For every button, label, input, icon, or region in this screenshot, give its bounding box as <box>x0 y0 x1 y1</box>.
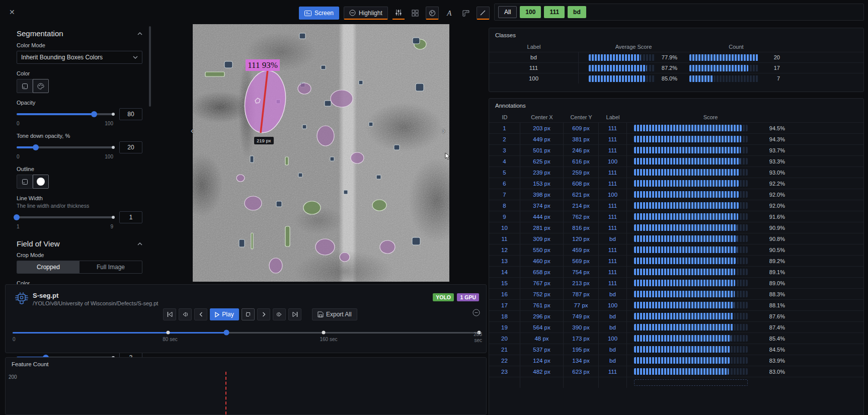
table-row[interactable]: 10281 px816 px111 90.9% <box>489 222 863 233</box>
table-row[interactable]: 1203 px609 px111 94.5% <box>489 122 863 133</box>
opacity-input[interactable] <box>119 108 142 120</box>
filters-sliders-icon[interactable] <box>392 7 405 20</box>
current-time-cursor-line <box>225 372 226 414</box>
line-tool-icon[interactable] <box>477 7 490 20</box>
table-row[interactable]: 5239 px259 px111 93.0% <box>489 167 863 178</box>
table-row[interactable]: 19564 px390 pxbd 87.4% <box>489 321 863 333</box>
close-icon[interactable]: ✕ <box>9 8 15 16</box>
table-row[interactable]: 21537 px195 pxbd 84.5% <box>489 344 863 355</box>
score-bar <box>634 280 748 286</box>
ruler-corner-icon[interactable] <box>460 7 472 20</box>
collapse-chevron-icon[interactable] <box>137 242 142 245</box>
image-viewer[interactable]: 111 93% 219 px <box>193 24 449 282</box>
score-bar <box>634 202 748 209</box>
score-bar <box>634 291 748 297</box>
class-filter-chip[interactable]: All <box>498 6 517 18</box>
export-all-button[interactable]: Export All <box>312 308 357 320</box>
line-width-input[interactable] <box>119 211 142 223</box>
table-row[interactable]: 2048 px173 px100 85.4% <box>489 333 863 344</box>
table-row-placeholder <box>489 377 863 388</box>
table-row[interactable]: 13460 px569 px111 89.2% <box>489 255 863 266</box>
loop-button[interactable] <box>242 308 255 320</box>
table-row[interactable]: 3501 px246 px111 93.7% <box>489 144 863 155</box>
step-forward-button[interactable] <box>257 308 270 320</box>
crop-mode-full-image[interactable]: Full Image <box>80 261 142 273</box>
outline-box-button[interactable] <box>17 175 33 189</box>
gpu-badge: 1 GPU <box>457 293 479 301</box>
score-bar <box>634 313 748 319</box>
timeline-marker-dot[interactable] <box>322 331 326 335</box>
collapse-panel-icon[interactable] <box>472 309 480 316</box>
table-row[interactable]: 2449 px381 px111 94.3% <box>489 133 863 144</box>
highlight-mode-button[interactable]: Highlight <box>344 7 388 20</box>
class-row[interactable]: 111 87.2% 17 <box>489 62 863 73</box>
outline-color-button[interactable] <box>33 175 49 189</box>
color-palette-button[interactable] <box>33 79 49 93</box>
table-row[interactable]: 22124 px134 pxbd 83.9% <box>489 355 863 366</box>
table-row[interactable]: 17761 px77 px100 88.1% <box>489 299 863 310</box>
color-box-button[interactable] <box>17 79 33 93</box>
crop-mode-cropped[interactable]: Cropped <box>17 261 80 273</box>
table-row[interactable]: 14658 px754 px111 89.1% <box>489 266 863 277</box>
table-row[interactable]: 15767 px213 px111 89.0% <box>489 277 863 288</box>
collapse-chevron-icon[interactable] <box>137 32 142 35</box>
circle-minus-icon <box>349 10 356 16</box>
table-row[interactable]: 16752 px787 pxbd 88.3% <box>489 288 863 299</box>
table-row[interactable]: 23482 px623 px111 83.0% <box>489 366 863 377</box>
table-row[interactable]: 9444 px762 px111 91.6% <box>489 211 863 222</box>
class-filter-chip[interactable]: bd <box>568 6 586 18</box>
avg-score-bar <box>589 65 655 71</box>
table-row[interactable]: 12550 px459 px111 90.5% <box>489 244 863 255</box>
skip-to-end-button[interactable] <box>288 308 301 320</box>
color-mode-select[interactable]: Inherit Bounding Boxes Colors <box>17 51 142 64</box>
model-name: S-seg.pt <box>33 292 58 299</box>
opacity-slider[interactable] <box>17 111 113 118</box>
table-row[interactable]: 7398 px621 px100 92.0% <box>489 189 863 200</box>
fov-section-title: Field of View <box>17 239 60 248</box>
feature-count-title: Feature Count <box>12 361 49 367</box>
classes-panel: Classes Label Average Score Count bd 77.… <box>489 28 864 92</box>
table-row[interactable]: 4625 px616 px100 93.3% <box>489 155 863 167</box>
text-label-icon[interactable]: A <box>443 7 455 20</box>
score-bar <box>634 147 748 153</box>
timeline-slider[interactable] <box>13 329 479 336</box>
outline-label: Outline <box>17 166 142 172</box>
skip-to-start-button[interactable] <box>163 308 176 320</box>
timeline-start-label: 0 <box>13 337 16 342</box>
play-button[interactable]: Play <box>210 308 239 320</box>
class-row[interactable]: 100 85.0% 7 <box>489 73 863 84</box>
score-bar <box>634 158 748 164</box>
prev-detection-button[interactable] <box>179 308 192 320</box>
opacity-label: Opacity <box>17 100 142 106</box>
table-row[interactable]: 8374 px214 px111 92.0% <box>489 200 863 211</box>
tone-down-opacity-slider[interactable] <box>17 144 113 151</box>
step-back-button[interactable] <box>194 308 207 320</box>
screen-mode-button[interactable]: Screen <box>299 7 339 20</box>
class-row[interactable]: bd 77.9% 20 <box>489 52 863 62</box>
score-bar <box>634 191 748 198</box>
timeline-playhead[interactable] <box>223 330 229 336</box>
class-filter-chip[interactable]: 100 <box>520 6 541 18</box>
grid-layout-icon[interactable] <box>409 7 421 20</box>
tone-down-opacity-input[interactable] <box>119 141 142 153</box>
next-frame-arrow[interactable]: › <box>442 126 445 136</box>
model-chip-icon <box>14 291 30 306</box>
count-bar <box>689 54 759 61</box>
score-bar <box>634 125 748 131</box>
timeline-marker-dot[interactable] <box>166 331 170 335</box>
score-bar <box>634 235 748 242</box>
score-bar <box>634 302 748 308</box>
table-row[interactable]: 18296 px749 pxbd 87.6% <box>489 310 863 321</box>
prev-frame-arrow[interactable]: ‹ <box>191 126 194 136</box>
fill-style-icon[interactable] <box>426 7 439 20</box>
table-row[interactable]: 11309 px120 pxbd 90.8% <box>489 233 863 244</box>
score-bar <box>634 357 748 364</box>
class-filter-bar: All100111bd <box>494 4 864 21</box>
line-width-slider[interactable] <box>17 214 113 221</box>
chevron-down-icon <box>133 56 138 59</box>
next-detection-button[interactable] <box>273 308 286 320</box>
sidebar-scrollbar[interactable] <box>149 26 151 107</box>
class-filter-chip[interactable]: 111 <box>544 6 565 18</box>
table-row[interactable]: 6153 px608 px111 92.2% <box>489 178 863 189</box>
score-bar <box>634 324 748 330</box>
